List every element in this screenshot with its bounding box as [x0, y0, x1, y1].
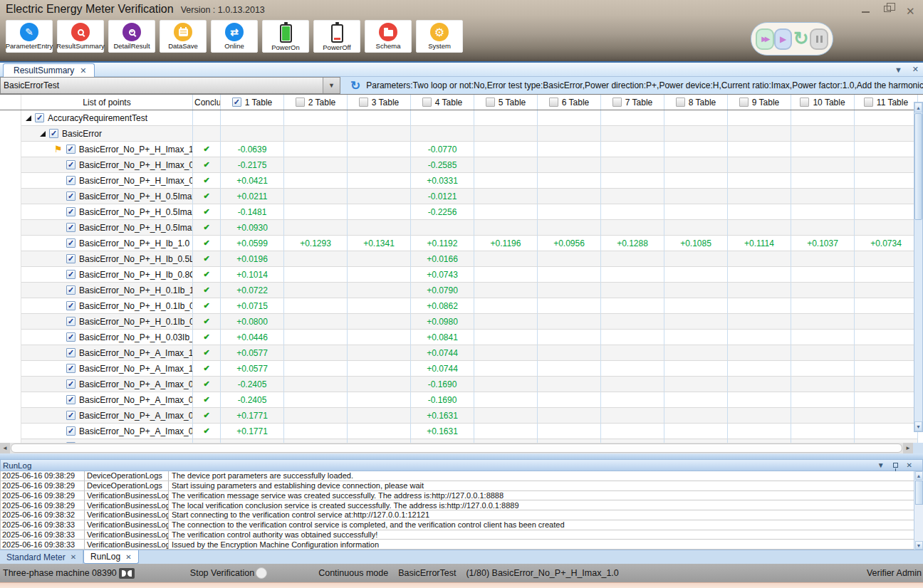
row-name-cell[interactable]: ✓BasicError_No_P+_H_Ib_0.5L — [21, 251, 193, 267]
table-column-checkbox[interactable] — [612, 98, 622, 107]
tree-expander-icon[interactable] — [40, 131, 46, 137]
table-column-checkbox[interactable] — [486, 98, 495, 107]
row-checkbox[interactable]: ✓ — [66, 317, 75, 326]
row-name-cell[interactable]: ⚑✓BasicError_No_P+_H_Imax_1.0 — [21, 142, 193, 157]
table-column-header-9[interactable]: 9 Table — [728, 95, 791, 110]
row-name-cell[interactable]: ✓BasicError_No_P+_A_Imax_1.0 — [21, 361, 193, 377]
runlog-scrollbar[interactable]: ▲ ▼ — [914, 471, 923, 550]
table-column-header-7[interactable]: 7 Table — [601, 95, 664, 110]
row-checkbox[interactable]: ✓ — [66, 285, 75, 295]
table-column-checkbox[interactable] — [739, 98, 749, 107]
table-column-checkbox[interactable] — [359, 98, 368, 107]
row-checkbox[interactable]: ✓ — [66, 301, 75, 310]
table-column-header-2[interactable]: 2 Table — [284, 95, 348, 110]
grid-vertical-scrollbar[interactable]: ▲ ▼ — [914, 102, 923, 432]
row-name-cell[interactable]: ✓BasicError_No_P+_A_Imax_0.8C — [21, 408, 193, 424]
row-name-cell[interactable]: ✓BasicError — [21, 126, 193, 142]
table-column-header-8[interactable]: 8 Table — [664, 95, 728, 110]
toolbar-button-poweroff[interactable]: PowerOff — [313, 20, 360, 53]
pause-button[interactable] — [810, 28, 828, 50]
row-name-cell[interactable]: ✓BasicError_No_P+_A_Imax_1.0 — [21, 345, 193, 361]
tab-strip-close-icon[interactable]: ✕ — [912, 65, 919, 74]
row-name-cell[interactable]: ✓BasicError_No_P+_H_0.1Ib_0.5L — [21, 298, 193, 314]
stop-verification-toggle[interactable] — [256, 567, 267, 579]
row-checkbox[interactable]: ✓ — [66, 332, 75, 342]
row-checkbox[interactable]: ✓ — [66, 379, 75, 389]
row-checkbox[interactable]: ✓ — [66, 270, 75, 279]
dropdown-arrow-icon[interactable]: ▼ — [323, 78, 340, 93]
runlog-dropdown-icon[interactable]: ▼ — [877, 461, 885, 469]
grid-horizontal-scrollbar[interactable]: ◄ ► — [0, 443, 923, 453]
row-checkbox[interactable]: ✓ — [66, 223, 75, 232]
minimize-button[interactable] — [860, 5, 872, 15]
tree-node-checkbox[interactable]: ✓ — [35, 113, 44, 122]
toolbar-button-schema[interactable]: Schema — [365, 20, 412, 53]
scroll-left-icon[interactable]: ◄ — [0, 443, 10, 453]
row-checkbox[interactable]: ✓ — [66, 348, 75, 357]
close-button[interactable]: ✕ — [906, 5, 917, 15]
runlog-close-icon[interactable]: ✕ — [907, 461, 912, 469]
row-name-cell[interactable]: ✓BasicError_No_P+_H_Imax_0.5L — [21, 157, 193, 173]
table-column-checkbox[interactable] — [676, 98, 685, 107]
stop-verification-control[interactable]: Stop Verification — [190, 567, 267, 579]
row-checkbox[interactable]: ✓ — [66, 395, 75, 404]
row-checkbox[interactable]: ✓ — [66, 207, 75, 216]
runlog-pin-icon[interactable] — [893, 463, 898, 468]
vertical-scroll-thumb[interactable] — [914, 113, 922, 220]
row-name-cell[interactable]: ✓BasicError_No_P+_H_0.1Ib_1.0 — [21, 283, 193, 298]
scroll-up-icon[interactable]: ▲ — [914, 103, 922, 112]
table-column-header-11[interactable]: 11 Table — [855, 95, 918, 110]
scroll-right-icon[interactable]: ► — [903, 443, 913, 453]
toolbar-button-detailresult[interactable]: +DetailResult — [108, 20, 155, 53]
toolbar-button-datasave[interactable]: DataSave — [160, 20, 207, 53]
table-column-header-4[interactable]: 4 Table — [411, 95, 474, 110]
row-name-cell[interactable]: ✓BasicError_No_P+_H_0.03Ib_1.0 — [21, 330, 193, 345]
bottom-tab-runlog[interactable]: RunLog✕ — [83, 550, 138, 564]
loop-button[interactable]: ↻ — [792, 28, 810, 50]
row-checkbox[interactable]: ✓ — [66, 176, 75, 185]
fast-forward-button[interactable]: ▶▶ — [756, 28, 774, 50]
row-checkbox[interactable]: ✓ — [66, 160, 75, 169]
row-name-cell[interactable]: ✓BasicError_No_P+_H_Ib_1.0 — [21, 236, 193, 251]
toolbar-button-online[interactable]: ⇄Online — [211, 20, 258, 53]
table-column-checkbox[interactable]: ✓ — [232, 98, 241, 107]
tree-expander-icon[interactable] — [26, 115, 31, 121]
row-name-cell[interactable]: ✓BasicError_No_P+_A_Imax_0.8C — [21, 424, 193, 439]
tab-close-icon[interactable]: ✕ — [80, 66, 86, 75]
row-checkbox[interactable]: ✓ — [66, 145, 75, 154]
table-column-checkbox[interactable] — [296, 98, 305, 107]
row-name-cell[interactable]: ✓BasicError_No_P+_H_Ib_0.8C — [21, 267, 193, 283]
horizontal-scroll-thumb[interactable] — [11, 443, 902, 453]
table-column-header-10[interactable]: 10 Table — [791, 95, 855, 110]
row-name-cell[interactable]: ✓BasicError_No_P+_A_Imax_0.5L — [21, 377, 193, 392]
toolbar-button-resultsummary[interactable]: ResultSummary — [57, 20, 104, 53]
table-column-checkbox[interactable] — [864, 98, 873, 107]
table-column-checkbox[interactable] — [800, 98, 809, 107]
runlog-scroll-down-icon[interactable]: ▼ — [915, 541, 923, 550]
toolbar-button-poweron[interactable]: PowerOn — [262, 20, 309, 53]
test-select-dropdown[interactable]: BasicErrorTest ▼ — [0, 77, 340, 94]
row-checkbox[interactable]: ✓ — [66, 238, 75, 248]
restore-button[interactable] — [883, 5, 895, 15]
row-name-cell[interactable]: ✓BasicError_No_P+_H_0.5Imax_0.8C — [21, 220, 193, 236]
table-column-checkbox[interactable] — [549, 98, 558, 107]
row-checkbox[interactable]: ✓ — [66, 411, 75, 420]
table-column-header-3[interactable]: 3 Table — [348, 95, 411, 110]
table-column-header-6[interactable]: 6 Table — [538, 95, 601, 110]
row-name-cell[interactable]: ✓BasicError_No_P+_H_0.5Imax_1.0 — [21, 189, 193, 204]
scroll-down-icon[interactable]: ▼ — [914, 421, 922, 431]
toolbar-button-parameterentry[interactable]: ✎ParameterEntry — [6, 20, 53, 53]
bottom-tab-standard-meter[interactable]: Standard Meter✕ — [0, 550, 83, 564]
bottom-tab-close-icon[interactable]: ✕ — [71, 553, 76, 561]
row-name-cell[interactable]: ✓BasicError_No_P+_H_Imax_0.8C — [21, 173, 193, 189]
row-name-cell[interactable]: ✓BasicError_No_P+_H_0.5Imax_0.5L — [21, 204, 193, 220]
row-name-cell[interactable]: ✓AccuracyRequirementTest — [21, 110, 193, 126]
runlog-scroll-thumb[interactable] — [915, 481, 923, 505]
row-checkbox[interactable]: ✓ — [66, 254, 75, 263]
panel-splitter[interactable] — [0, 453, 923, 459]
play-button[interactable]: ▶ — [774, 28, 793, 50]
row-name-cell[interactable]: ✓BasicError_No_P+_A_Imax_0.5L — [21, 392, 193, 408]
tab-list-dropdown-icon[interactable]: ▼ — [895, 65, 902, 74]
tab-resultsummary[interactable]: ResultSummary ✕ — [3, 63, 95, 77]
table-column-header-1[interactable]: ✓1 Table — [221, 95, 284, 110]
